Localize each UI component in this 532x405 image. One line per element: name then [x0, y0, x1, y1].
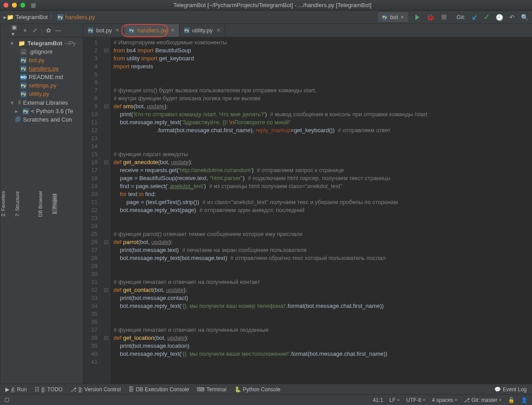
- navigation-bar: ▸📁 TelegramBot 〉 Py handlers.py Py bot ▾…: [0, 11, 532, 24]
- project-panel: ▣ ▾ ⌖ ⤢ | ✿ — ▾ 📁 TelegramBot~/Py ….giti…: [9, 24, 83, 384]
- folder-icon: 📁: [18, 40, 25, 47]
- tree-item-label: README.md: [29, 74, 63, 80]
- project-root-label: TelegramBot: [27, 40, 63, 47]
- chevron-down-icon[interactable]: ▾: [11, 99, 16, 106]
- python-file-icon: Py: [20, 83, 27, 89]
- chevron-right-icon[interactable]: ▸: [15, 108, 20, 114]
- side-tab-db-browser[interactable]: DB Browser: [38, 191, 43, 217]
- breadcrumb-file[interactable]: handlers.py: [65, 14, 95, 20]
- debug-button[interactable]: 🐞: [427, 14, 434, 21]
- python-file-icon: Py: [20, 57, 27, 63]
- left-tool-tabs: 2: Favorites 7: Structure DB Browser 1: …: [0, 24, 9, 384]
- title-bar: ▦ TelegramBot [~/PycharmProjects/Telegra…: [0, 0, 532, 11]
- editor-tab[interactable]: Pyutility.py✕: [180, 24, 225, 37]
- indent-setting[interactable]: 4 spaces ≑: [432, 397, 458, 403]
- tree-item-label: .gitignore: [29, 48, 52, 55]
- project-view-select[interactable]: ▣ ▾: [12, 27, 19, 34]
- run-config-label: bot: [390, 14, 398, 20]
- chevron-down-icon[interactable]: ▾: [11, 40, 16, 47]
- expand-icon[interactable]: ⤢: [31, 27, 38, 34]
- tree-item[interactable]: Pyutility.py: [9, 90, 83, 98]
- status-menu-icon[interactable]: ☐: [4, 397, 9, 403]
- locate-icon[interactable]: ⌖: [21, 27, 28, 34]
- toolwindow-todo[interactable]: ☷ 6: TODO: [35, 386, 63, 393]
- toolwindow-terminal[interactable]: ⌨ Terminal: [197, 386, 226, 393]
- editor-tab-label: utility.py: [192, 27, 213, 34]
- scratch-icon: 🗐: [15, 116, 21, 123]
- code-area[interactable]: # Импортируем необходимые компонентыfrom…: [110, 37, 532, 384]
- markdown-file-icon: MD: [20, 74, 27, 80]
- project-tree[interactable]: ▾ 📁 TelegramBot~/Py ….gitignorePybot.pyP…: [9, 37, 83, 126]
- tree-root[interactable]: ▾ 📁 TelegramBot~/Py: [9, 39, 83, 47]
- tree-item-label: bot.py: [29, 57, 44, 63]
- close-tab-icon[interactable]: ✕: [171, 28, 175, 33]
- memory-indicator-icon[interactable]: 👤: [521, 397, 528, 403]
- close-tab-icon[interactable]: ✕: [216, 28, 220, 33]
- close-window-button[interactable]: [4, 3, 8, 8]
- line-separator[interactable]: LF ≑: [389, 397, 400, 403]
- folder-icon: ▸📁: [4, 14, 14, 20]
- tree-item[interactable]: MDREADME.md: [9, 73, 83, 81]
- library-icon: ⫴: [18, 99, 21, 106]
- python-file-icon: Py: [57, 14, 63, 20]
- git-revert-button[interactable]: ↶: [509, 14, 515, 21]
- editor-tab-label: bot.py: [96, 27, 112, 34]
- git-file-icon: …: [20, 49, 27, 55]
- file-encoding[interactable]: UTF-8 ≑: [406, 397, 426, 403]
- status-bar: ☐ 41:1 LF ≑ UTF-8 ≑ 4 spaces ≑ ⎇ Git: ma…: [0, 394, 532, 405]
- editor-body[interactable]: 1234567891011121314151617181920212223242…: [83, 37, 532, 384]
- python-sdk-label: < Python 3.6 (Te: [31, 108, 73, 114]
- fold-gutter[interactable]: ⊟⊟⊟⊟⊟⊟: [103, 37, 110, 384]
- git-commit-button[interactable]: ✓: [484, 13, 489, 21]
- editor-tab-label: handlers.py: [137, 27, 167, 34]
- chevron-down-icon: ▾: [401, 14, 404, 20]
- breadcrumb-sep: 〉: [50, 13, 55, 21]
- readonly-toggle[interactable]: 🔓: [508, 397, 515, 403]
- git-branch[interactable]: ⎇ Git: master ≑: [464, 397, 502, 403]
- tree-item[interactable]: Pyhandlers.py: [9, 64, 83, 73]
- run-button[interactable]: [414, 14, 421, 21]
- search-everywhere-button[interactable]: 🔍: [521, 14, 528, 21]
- git-history-button[interactable]: 🕘: [496, 14, 503, 21]
- python-file-icon: Py: [20, 66, 27, 72]
- tree-item-label: utility.py: [29, 90, 49, 97]
- tree-item[interactable]: Pybot.py: [9, 56, 83, 64]
- breadcrumb: ▸📁 TelegramBot 〉 Py handlers.py: [4, 13, 95, 21]
- main-area: 2: Favorites 7: Structure DB Browser 1: …: [0, 24, 532, 384]
- breadcrumb-root[interactable]: TelegramBot: [16, 14, 48, 20]
- stop-button[interactable]: [441, 14, 448, 21]
- line-gutter[interactable]: 1234567891011121314151617181920212223242…: [83, 37, 103, 384]
- settings-icon[interactable]: ✿: [45, 27, 52, 34]
- side-tab-structure[interactable]: 7: Structure: [15, 191, 20, 216]
- tree-python-sdk[interactable]: ▸ Py < Python 3.6 (Te: [9, 107, 83, 115]
- side-tab-project[interactable]: 1: Project: [52, 193, 57, 214]
- toolwindow-event-log[interactable]: 💬 Event Log: [494, 386, 527, 393]
- tree-item[interactable]: ….gitignore: [9, 47, 83, 56]
- external-libs-label: External Libraries: [23, 99, 68, 106]
- editor-tab[interactable]: Pybot.py✕: [83, 24, 124, 37]
- tree-item-label: settings.py: [29, 82, 56, 89]
- git-label: Git:: [457, 14, 466, 20]
- tree-item-label: handlers.py: [29, 65, 59, 72]
- tool-window-bar: ▶ 4: Run ☷ 6: TODO ⎇ 9: Version Control …: [0, 384, 532, 394]
- python-file-icon: Py: [129, 28, 134, 33]
- window-title: TelegramBot [~/PycharmProjects/TelegramB…: [16, 2, 528, 8]
- project-root-path: ~/Py: [64, 40, 76, 47]
- python-file-icon: Py: [88, 28, 94, 33]
- git-update-button[interactable]: ↙: [472, 13, 477, 21]
- caret-position[interactable]: 41:1: [373, 397, 383, 403]
- tree-item[interactable]: Pysettings.py: [9, 81, 83, 90]
- close-tab-icon[interactable]: ✕: [115, 28, 119, 33]
- run-config-selector[interactable]: Py bot ▾: [378, 12, 408, 22]
- tree-external-libs[interactable]: ▾ ⫴ External Libraries: [9, 98, 83, 107]
- editor-tab[interactable]: Pyhandlers.py✕: [124, 24, 179, 37]
- tree-scratches[interactable]: 🗐 Scratches and Con: [9, 115, 83, 124]
- toolwindow-python-console[interactable]: 🐍 Python Console: [235, 386, 281, 393]
- collapse-icon[interactable]: —: [55, 27, 62, 34]
- side-tab-favorites[interactable]: 2: Favorites: [0, 191, 6, 216]
- toolwindow-run[interactable]: ▶ 4: Run: [5, 386, 27, 393]
- toolwindow-version-control[interactable]: ⎇ 9: Version Control: [70, 386, 121, 393]
- python-file-icon: Py: [20, 91, 27, 97]
- toolwindow-db-console[interactable]: 🗄 DB Execution Console: [129, 386, 189, 393]
- editor-area: Pybot.py✕Pyhandlers.py✕Pyutility.py✕ 123…: [83, 24, 532, 384]
